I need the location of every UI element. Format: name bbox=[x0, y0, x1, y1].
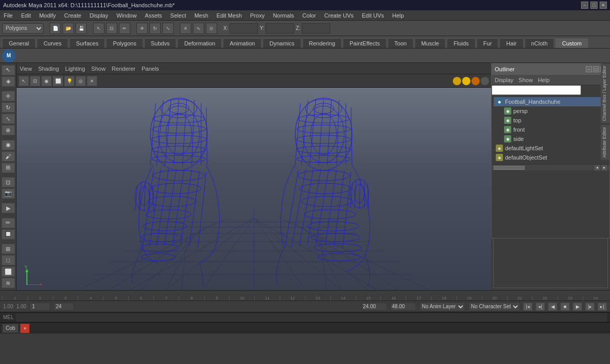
char-set-select[interactable]: No Character Set bbox=[468, 302, 520, 311]
menu-edit-uvs[interactable]: Edit UVs bbox=[360, 12, 386, 19]
menu-window[interactable]: Window bbox=[115, 12, 138, 19]
rotate-tool[interactable]: ↻ bbox=[149, 23, 161, 34]
step-back-btn[interactable]: ◂| bbox=[536, 303, 545, 311]
outliner-item-default-light-set[interactable]: ◈ defaultLightSet bbox=[494, 144, 607, 153]
vp-smooth-icon[interactable]: ◉ bbox=[41, 76, 52, 86]
minimize-button[interactable]: − bbox=[581, 2, 588, 9]
paint-tool[interactable]: ✏ bbox=[119, 23, 130, 34]
snap-curve[interactable]: ∿ bbox=[193, 23, 204, 34]
attribute-editor-label[interactable]: Attribute Editor bbox=[601, 124, 610, 160]
vp-light-icon[interactable]: 💡 bbox=[64, 76, 74, 86]
select-tool[interactable]: ↖ bbox=[93, 23, 104, 34]
outliner-item-front[interactable]: ◉ front bbox=[494, 125, 607, 134]
snap-grid[interactable]: # bbox=[180, 23, 191, 34]
play-fwd-btn[interactable]: ▶ bbox=[573, 303, 582, 311]
scale-tool[interactable]: ⤡ bbox=[162, 23, 174, 34]
tab-general[interactable]: General bbox=[2, 38, 36, 48]
sculpt-btn[interactable]: 🖌 bbox=[2, 151, 15, 162]
vp-lighting-menu[interactable]: Lighting bbox=[65, 66, 85, 72]
go-to-end-btn[interactable]: ▸| bbox=[598, 303, 607, 311]
go-to-start-btn[interactable]: |◂ bbox=[523, 303, 532, 311]
tab-deformation[interactable]: Deformation bbox=[177, 38, 222, 48]
vp-texture-icon[interactable]: ⬜ bbox=[53, 76, 63, 86]
universal-manip-btn[interactable]: ⊕ bbox=[2, 125, 15, 135]
play-back-btn[interactable]: ◀ bbox=[548, 303, 557, 311]
maximize-button[interactable]: □ bbox=[590, 2, 598, 9]
vp-panels-menu[interactable]: Panels bbox=[142, 66, 159, 72]
outliner-help-menu[interactable]: Help bbox=[538, 77, 550, 83]
menu-file[interactable]: File bbox=[2, 12, 14, 19]
tab-ncloth[interactable]: nCloth bbox=[525, 38, 555, 48]
tab-fluids[interactable]: Fluids bbox=[447, 38, 475, 48]
frame-input[interactable] bbox=[29, 303, 50, 311]
outliner-restore[interactable]: □ bbox=[593, 66, 599, 72]
menu-help[interactable]: Help bbox=[391, 12, 406, 19]
tab-surfaces[interactable]: Surfaces bbox=[69, 38, 105, 48]
tab-dynamics[interactable]: Dynamics bbox=[263, 38, 301, 48]
z-coord[interactable] bbox=[302, 23, 330, 34]
outliner-display-menu[interactable]: Display bbox=[495, 77, 513, 83]
stop-btn[interactable]: ■ bbox=[560, 303, 570, 311]
vp-shading-menu[interactable]: Shading bbox=[38, 66, 59, 72]
tab-fur[interactable]: Fur bbox=[477, 38, 499, 48]
end-frame-input[interactable] bbox=[53, 303, 74, 311]
tab-subdvs[interactable]: Subdvs bbox=[144, 38, 177, 48]
tab-hair[interactable]: Hair bbox=[499, 38, 523, 48]
menu-select[interactable]: Select bbox=[169, 12, 188, 19]
menu-edit-mesh[interactable]: Edit Mesh bbox=[215, 12, 243, 19]
y-coord[interactable] bbox=[266, 23, 294, 34]
range-start[interactable] bbox=[361, 303, 387, 311]
outliner-minimize[interactable]: − bbox=[586, 66, 592, 72]
snap-live-btn[interactable]: ⊡ bbox=[2, 177, 15, 187]
lasso-tool[interactable]: ⊡ bbox=[106, 23, 117, 34]
mel-input[interactable] bbox=[16, 313, 607, 322]
menu-normals[interactable]: Normals bbox=[271, 12, 296, 19]
taskbar-cob-btn[interactable]: Cob bbox=[2, 324, 19, 333]
vp-xray-icon[interactable]: ✕ bbox=[87, 76, 97, 86]
menu-display[interactable]: Display bbox=[88, 12, 110, 19]
tab-muscle[interactable]: Muscle bbox=[415, 38, 446, 48]
vp-wireframe-icon[interactable]: ⊡ bbox=[30, 76, 40, 86]
outliner-scroll-left[interactable]: ◂ bbox=[594, 165, 600, 171]
mode-select[interactable]: Polygons bbox=[2, 23, 43, 34]
vp-view-menu[interactable]: View bbox=[20, 66, 32, 72]
outliner-scrollbar[interactable]: ◂ ▸ bbox=[492, 164, 609, 170]
timeline[interactable]: 1 2 3 4 5 6 7 8 9 10 11 12 13 14 15 16 1… bbox=[0, 290, 610, 300]
vp-show-menu[interactable]: Show bbox=[91, 66, 106, 72]
tab-curves[interactable]: Curves bbox=[37, 38, 68, 48]
save-btn[interactable]: 💾 bbox=[75, 23, 87, 34]
viewport-canvas[interactable]: X Y bbox=[17, 88, 491, 290]
dynamics-btn[interactable]: ≋ bbox=[2, 278, 15, 288]
new-scene-btn[interactable]: 📄 bbox=[50, 23, 61, 34]
render-btn[interactable]: ▶ bbox=[2, 203, 15, 213]
menu-modify[interactable]: Modify bbox=[38, 12, 57, 19]
cloth-btn[interactable]: 🔲 bbox=[2, 229, 15, 240]
move-tool[interactable]: ✛ bbox=[136, 23, 148, 34]
vp-select-icon[interactable]: ↖ bbox=[19, 76, 29, 86]
menu-mesh[interactable]: Mesh bbox=[193, 12, 210, 19]
grid-display-btn[interactable]: ⊞ bbox=[2, 244, 15, 254]
tab-toon[interactable]: Toon bbox=[388, 38, 414, 48]
tab-painteffects[interactable]: PaintEffects bbox=[343, 38, 387, 48]
uv-btn[interactable]: □ bbox=[2, 255, 15, 265]
show-manip-btn[interactable]: ⊞ bbox=[2, 163, 15, 173]
x-coord[interactable] bbox=[230, 23, 258, 34]
outliner-item-persp[interactable]: ◉ persp bbox=[494, 106, 607, 116]
outliner-show-menu[interactable]: Show bbox=[518, 77, 533, 83]
menu-create-uvs[interactable]: Create UVs bbox=[323, 12, 355, 19]
select-mode-btn[interactable]: ↖ bbox=[2, 65, 15, 75]
paint-select-btn[interactable]: ◈ bbox=[2, 76, 15, 87]
scale-btn[interactable]: ⤡ bbox=[2, 114, 15, 124]
camera-btn[interactable]: 📷 bbox=[2, 188, 15, 199]
close-button[interactable]: ✕ bbox=[600, 2, 607, 9]
vp-renderer-menu[interactable]: Renderer bbox=[112, 66, 135, 72]
open-btn[interactable]: 📂 bbox=[63, 23, 74, 34]
texture-btn[interactable]: ⬜ bbox=[2, 266, 15, 277]
channel-box-label[interactable]: Channel Box / Layer Editor bbox=[601, 63, 610, 123]
tab-polygons[interactable]: Polygons bbox=[106, 38, 143, 48]
outliner-item-default-object-set[interactable]: ◈ defaultObjectSet bbox=[494, 153, 607, 162]
menu-assets[interactable]: Assets bbox=[143, 12, 163, 19]
move-btn[interactable]: ✛ bbox=[2, 91, 15, 101]
tab-custom[interactable]: Custom bbox=[555, 38, 588, 48]
menu-proxy[interactable]: Proxy bbox=[249, 12, 266, 19]
